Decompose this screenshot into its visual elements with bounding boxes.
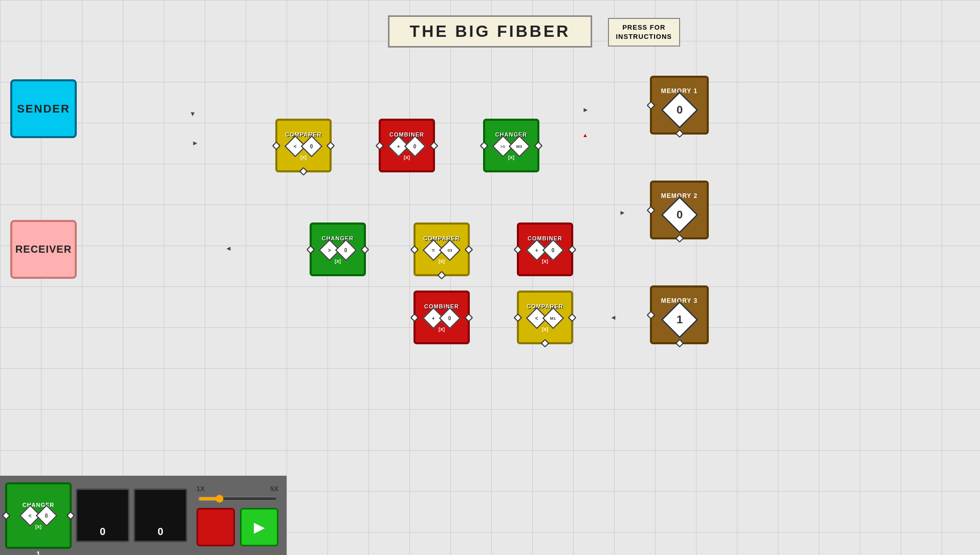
panel-conn-left: [2, 511, 11, 520]
comparer1-node[interactable]: COMPARER < 0 [X]: [275, 119, 332, 172]
panel-node-sub: [X]: [35, 524, 41, 529]
combiner3-title: COMBINER: [424, 303, 459, 309]
arrow-3: ►: [582, 106, 589, 114]
memory3-value: 1: [676, 313, 682, 326]
combiner1-diamonds: + 0: [391, 139, 423, 154]
arrow-2: ►: [192, 139, 199, 147]
comparer2-d2: 03: [439, 239, 461, 260]
changer2-d2: 0: [335, 239, 357, 260]
instructions-button[interactable]: PRESS FOR INSTRUCTIONS: [608, 18, 681, 47]
combiner2-diamonds: + 0: [529, 242, 561, 258]
changer1-d2: M3: [509, 135, 530, 157]
changer1-title: CHANGER: [495, 131, 528, 138]
panel-d2: 0: [36, 504, 57, 526]
panel-node-subval: 1: [36, 550, 40, 556]
arrow-4: ►: [619, 209, 626, 216]
comparer3-diamonds: < M1: [529, 310, 561, 326]
memory3-diamond: 1: [661, 301, 699, 339]
comparer1-diamonds: < 0: [288, 139, 319, 154]
arrow-1: ▼: [189, 110, 196, 118]
play-icon: ▶: [254, 519, 265, 536]
comparer2-sub: [X]: [439, 259, 445, 264]
combiner3-sub: [X]: [439, 327, 445, 332]
receiver-label: RECEIVER: [15, 243, 72, 255]
memory1-node[interactable]: MEMORY 1 0: [650, 76, 709, 135]
panel-changer-node[interactable]: CHANGER < 0 [X] 1: [5, 482, 72, 549]
changer2-title: CHANGER: [322, 235, 354, 241]
panel-box1-value: 0: [100, 526, 105, 538]
memory2-diamond: 0: [661, 196, 699, 234]
panel-node-diamonds: < 0: [23, 508, 54, 523]
changer2-sub: [X]: [335, 259, 341, 264]
combiner3-diamonds: + 0: [426, 310, 458, 326]
memory2-value: 0: [676, 208, 682, 221]
changer1-sub: [X]: [508, 155, 514, 160]
combiner1-node[interactable]: COMBINER + 0 [X]: [379, 119, 435, 172]
comparer3-title: COMPARER: [527, 303, 563, 309]
comparer3-sub: [X]: [542, 327, 548, 332]
memory1-diamond: 0: [661, 91, 699, 129]
changer2-diamonds: > 0: [322, 242, 354, 258]
combiner1-sub: [X]: [404, 155, 410, 160]
speed-min: 1X: [197, 485, 205, 493]
arrow-red: ▲: [582, 132, 588, 138]
combiner2-title: COMBINER: [528, 235, 562, 241]
speed-slider[interactable]: [198, 495, 277, 503]
combiner2-d2: 0: [542, 239, 564, 260]
speed-control: 1X 5X: [197, 485, 278, 503]
bottom-panel: CHANGER < 0 [X] 1 0 0 1X 5X: [0, 476, 287, 555]
title-bar: THE BIG FIBBER: [388, 15, 593, 48]
comparer3-node[interactable]: COMPARER < M1 [X]: [517, 291, 573, 344]
combiner2-node[interactable]: COMBINER + 0 [X]: [517, 223, 573, 276]
panel-black-box-1: 0: [76, 489, 129, 542]
comparer1-d2: 0: [301, 135, 322, 157]
panel-node-title: CHANGER: [23, 502, 55, 508]
comparer1-sub: [X]: [300, 155, 307, 160]
combiner1-title: COMBINER: [389, 131, 424, 138]
comparer2-title: COMPARER: [423, 235, 460, 241]
combiner3-node[interactable]: COMBINER + 0 [X]: [413, 291, 470, 344]
changer1-diamonds: >1 M3: [495, 139, 527, 154]
combiner2-sub: [X]: [542, 259, 548, 264]
panel-black-box-2: 0: [134, 489, 187, 542]
grid-background: [0, 0, 980, 555]
sender-label: SENDER: [17, 102, 70, 116]
combiner1-d2: 0: [404, 135, 426, 157]
sender-node[interactable]: SENDER: [10, 79, 77, 138]
comparer2-node[interactable]: COMPARER = 03 [X]: [413, 223, 470, 276]
stop-button[interactable]: [197, 508, 235, 546]
comparer3-d2: M1: [542, 307, 564, 328]
memory2-node[interactable]: MEMORY 2 0: [650, 181, 709, 239]
changer2-node[interactable]: CHANGER > 0 [X]: [310, 223, 366, 276]
speed-label: 1X 5X: [197, 485, 278, 493]
controls-area: 1X 5X ▶: [197, 485, 278, 546]
comparer2-diamonds: = 03: [426, 242, 458, 258]
comparer1-title: COMPARER: [285, 131, 321, 138]
arrow-6: ◄: [610, 314, 617, 321]
arrow-5: ◄: [225, 245, 232, 252]
panel-box2-value: 0: [158, 526, 163, 538]
memory3-node[interactable]: MEMORY 3 1: [650, 285, 709, 344]
receiver-node[interactable]: RECEIVER: [10, 220, 77, 279]
combiner3-d2: 0: [439, 307, 461, 328]
game-title: THE BIG FIBBER: [410, 22, 571, 40]
play-button[interactable]: ▶: [240, 508, 278, 546]
panel-conn-right: [67, 511, 75, 520]
changer1-node[interactable]: CHANGER >1 M3 [X]: [483, 119, 539, 172]
memory1-value: 0: [676, 103, 682, 117]
playback-buttons: ▶: [197, 508, 278, 546]
speed-max: 5X: [270, 485, 278, 493]
